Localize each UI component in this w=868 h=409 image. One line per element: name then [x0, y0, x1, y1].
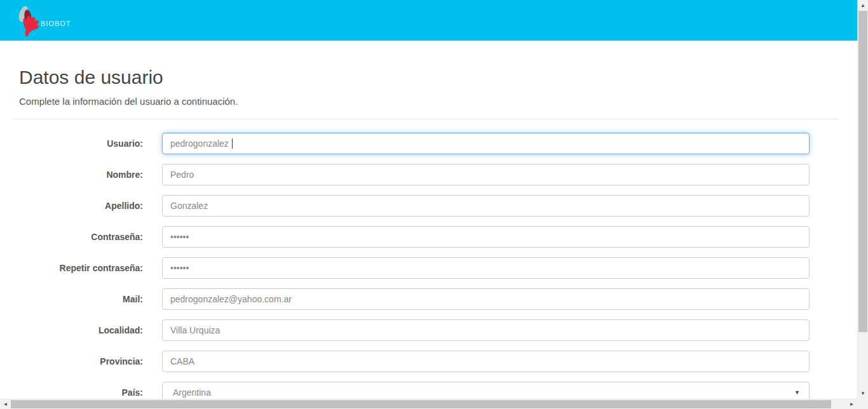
logo-text: BIOBOT	[41, 20, 71, 27]
provincia-label: Provincia:	[0, 356, 143, 366]
localidad-input[interactable]	[162, 319, 810, 341]
page: BIOBOT Datos de usuario Complete la info…	[0, 0, 868, 409]
vertical-scrollbar-thumb[interactable]	[858, 11, 867, 332]
nombre-label: Nombre:	[0, 170, 143, 180]
horizontal-scrollbar-thumb[interactable]	[11, 400, 831, 408]
scrollbar-corner	[857, 399, 868, 409]
form-row-nombre: Nombre:	[0, 164, 857, 185]
pais-selected-value: Argentina	[173, 387, 211, 398]
pais-label: País:	[0, 387, 143, 398]
biobot-flower-icon	[18, 5, 39, 38]
horizontal-scrollbar[interactable]: ◄ ►	[0, 399, 857, 409]
provincia-input[interactable]	[162, 351, 810, 372]
mail-input[interactable]	[162, 288, 810, 310]
scroll-down-icon[interactable]: ▼	[858, 388, 868, 399]
form-row-usuario: Usuario:	[0, 133, 857, 154]
select-dropdown-icon: ▼	[794, 389, 800, 396]
page-subtitle: Complete la información del usuario a co…	[19, 95, 857, 108]
form-row-provincia: Provincia:	[0, 351, 857, 372]
apellido-input[interactable]	[162, 195, 810, 217]
localidad-label: Localidad:	[0, 325, 143, 335]
user-form: Usuario: Nombre: Apellido: Contra	[0, 133, 857, 403]
text-caret	[232, 138, 233, 149]
nombre-input[interactable]	[162, 164, 810, 185]
mail-label: Mail:	[0, 294, 143, 304]
contrasena-label: Contraseña:	[0, 232, 143, 242]
app-header: BIOBOT	[0, 0, 857, 41]
form-row-apellido: Apellido:	[0, 195, 857, 217]
apellido-label: Apellido:	[0, 201, 143, 211]
divider	[14, 119, 839, 119]
main-content: Datos de usuario Complete la información…	[0, 41, 857, 409]
form-row-localidad: Localidad:	[0, 319, 857, 341]
form-row-mail: Mail:	[0, 288, 857, 310]
repetir-contrasena-input[interactable]	[162, 257, 810, 279]
usuario-input[interactable]	[162, 133, 810, 154]
vertical-scrollbar[interactable]: ▲ ▼	[857, 0, 868, 399]
form-row-contrasena: Contraseña:	[0, 226, 857, 248]
scroll-up-icon[interactable]: ▲	[858, 0, 868, 11]
biobot-logo: BIOBOT	[18, 3, 71, 38]
usuario-label: Usuario:	[0, 138, 143, 149]
scroll-left-icon[interactable]: ◄	[0, 399, 11, 409]
page-title: Datos de usuario	[19, 66, 857, 89]
form-row-repetir-contrasena: Repetir contraseña:	[0, 257, 857, 279]
scroll-right-icon[interactable]: ►	[846, 399, 857, 409]
repetir-contrasena-label: Repetir contraseña:	[0, 263, 143, 273]
contrasena-input[interactable]	[162, 226, 810, 248]
